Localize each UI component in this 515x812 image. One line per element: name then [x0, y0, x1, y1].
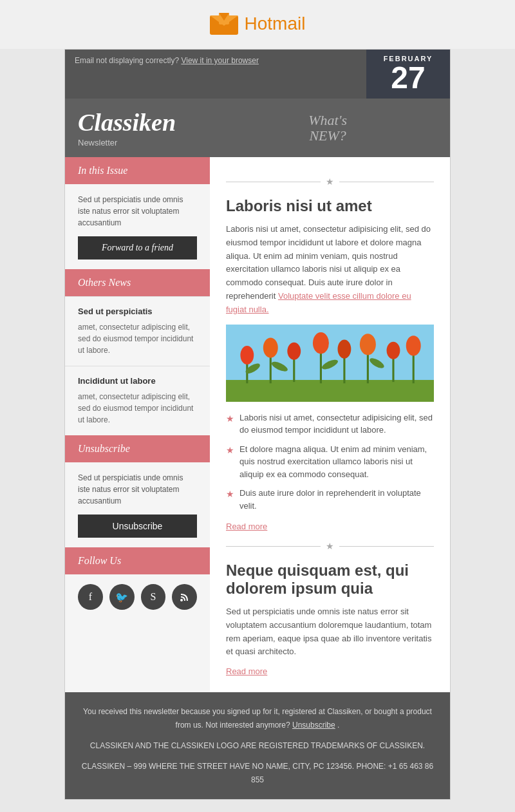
- svg-rect-17: [367, 351, 369, 383]
- skype-icon[interactable]: S: [141, 584, 166, 610]
- view-in-browser-link[interactable]: View it in your browser: [181, 56, 259, 65]
- unsubscribe-button[interactable]: Unsubscribe: [78, 515, 197, 538]
- unsubscribe-text: Sed ut perspiciatis unde omnis iste natu…: [78, 472, 197, 507]
- svg-rect-19: [392, 356, 394, 382]
- article-area: ★ Laboris nisi ut amet Laboris nisi ut a…: [210, 157, 450, 692]
- news-item-1-body: amet, consectetur adipiscing elit, sed d…: [78, 321, 197, 356]
- in-this-issue-title: In this Issue: [78, 165, 197, 176]
- hotmail-header: Hotmail: [0, 0, 515, 49]
- brand-title: Classiken: [78, 108, 176, 137]
- bullet-text-2: Et dolore magna aliqua. Ut enim ad minim…: [239, 443, 434, 481]
- svg-point-22: [406, 335, 421, 355]
- in-this-issue-text: Sed ut perspiciatis unde omnis iste natu…: [78, 194, 197, 229]
- footer-legal-1: CLASSIKEN AND THE CLASSIKEN LOGO ARE REG…: [78, 739, 437, 752]
- svg-rect-13: [320, 350, 322, 383]
- svg-rect-15: [343, 355, 345, 383]
- news-item-2-body: amet, consectetur adipiscing elit, sed d…: [78, 391, 197, 426]
- footer-legal-2: CLASSIKEN – 999 WHERE THE STREET HAVE NO…: [78, 760, 437, 786]
- article1-read-more[interactable]: Read more: [226, 522, 267, 531]
- svg-point-18: [360, 334, 376, 355]
- email-container: Email not displaying correctly? View it …: [64, 49, 451, 800]
- hotmail-logo: Hotmail: [210, 13, 306, 35]
- hotmail-envelope-icon: [210, 13, 238, 35]
- unsubscribe-body: Sed ut perspiciatis unde omnis iste natu…: [65, 462, 210, 547]
- article2-title: Neque quisquam est, qui dolorem ipsum qu…: [226, 562, 434, 598]
- bullet-item-2: ★ Et dolore magna aliqua. Ut enim ad min…: [226, 443, 434, 481]
- top-bar-date: FEBRUARY 27: [366, 50, 450, 99]
- unsubscribe-title: Unsubscribe: [78, 443, 197, 455]
- article1-body-text: Laboris nisi ut amet, consectetur adipis…: [226, 224, 431, 301]
- article1-body: Laboris nisi ut amet, consectetur adipis…: [226, 223, 434, 317]
- follow-us-header: Follow Us: [65, 547, 210, 574]
- others-news-header: Others News: [65, 269, 210, 296]
- brand-subtitle: Newsletter: [78, 138, 176, 147]
- footer-body: You received this newsletter because you…: [78, 705, 437, 732]
- sidebar: In this Issue Sed ut perspiciatis unde o…: [65, 157, 210, 692]
- bullet-text-1: Laboris nisi ut amet, consectetur adipis…: [239, 411, 434, 437]
- bullet-item-1: ★ Laboris nisi ut amet, consectetur adip…: [226, 411, 434, 437]
- article1-bullets: ★ Laboris nisi ut amet, consectetur adip…: [226, 411, 434, 513]
- divider-2: ★: [226, 541, 434, 552]
- svg-point-8: [240, 345, 254, 364]
- divider-1: ★: [226, 176, 434, 187]
- brand-info: Classiken Newsletter: [78, 108, 176, 147]
- display-message: Email not displaying correctly?: [75, 56, 179, 65]
- article2-read-more[interactable]: Read more: [226, 666, 267, 676]
- news-item-2: Incididunt ut labore amet, consectetur a…: [65, 366, 210, 435]
- footer-unsubscribe-link[interactable]: Unsubscribe: [292, 721, 335, 730]
- main-content: In this Issue Sed ut perspiciatis unde o…: [65, 157, 450, 692]
- article1-title: Laboris nisi ut amet: [226, 197, 434, 215]
- others-news-title: Others News: [78, 277, 197, 288]
- news-item-1: Sed ut perspiciatis amet, consectetur ad…: [65, 296, 210, 366]
- svg-point-12: [287, 342, 301, 359]
- top-bar: Email not displaying correctly? View it …: [65, 50, 450, 99]
- unsubscribe-header: Unsubscribe: [65, 435, 210, 462]
- bullet-star-1: ★: [226, 412, 234, 426]
- bullet-text-3: Duis aute irure dolor in reprehenderit i…: [239, 487, 434, 512]
- footer-body-text: You received this newsletter because you…: [83, 707, 432, 729]
- day-label: 27: [373, 62, 444, 93]
- hotmail-name: Hotmail: [245, 14, 306, 34]
- tulip-field: [226, 325, 434, 402]
- bullet-item-3: ★ Duis aute irure dolor in reprehenderit…: [226, 487, 434, 512]
- in-this-issue-header: In this Issue: [65, 157, 210, 184]
- footer: You received this newsletter because you…: [65, 692, 450, 799]
- top-bar-left: Email not displaying correctly? View it …: [65, 50, 366, 99]
- news-item-1-title: Sed ut perspiciatis: [78, 307, 197, 316]
- star-icon-2: ★: [321, 541, 339, 552]
- article1-image: [226, 325, 434, 402]
- brand-header: Classiken Newsletter What'sNEW?: [65, 99, 450, 157]
- bullet-star-3: ★: [226, 487, 234, 501]
- svg-point-10: [263, 337, 278, 357]
- whats-new: What'sNEW?: [308, 112, 347, 143]
- svg-rect-21: [413, 352, 415, 383]
- news-item-2-title: Incididunt ut labore: [78, 376, 197, 386]
- bullet-star-2: ★: [226, 444, 234, 457]
- svg-rect-6: [226, 380, 434, 402]
- svg-point-16: [337, 339, 351, 358]
- in-this-issue-body: Sed ut perspiciatis unde omnis iste natu…: [65, 184, 210, 269]
- rss-icon[interactable]: [172, 584, 197, 610]
- follow-us-title: Follow Us: [78, 555, 197, 567]
- svg-point-4: [180, 599, 183, 601]
- whats-new-text: What'sNEW?: [308, 112, 347, 143]
- star-icon-1: ★: [321, 176, 339, 187]
- forward-button[interactable]: Forward to a friend: [78, 236, 197, 260]
- twitter-icon[interactable]: 🐦: [109, 584, 135, 610]
- social-icons: f 🐦 S: [65, 574, 210, 619]
- facebook-icon[interactable]: f: [78, 584, 103, 610]
- svg-point-14: [313, 332, 329, 354]
- article2-body: Sed ut perspiciatis unde omnis iste natu…: [226, 605, 434, 659]
- svg-point-20: [387, 341, 400, 359]
- svg-rect-11: [293, 356, 295, 382]
